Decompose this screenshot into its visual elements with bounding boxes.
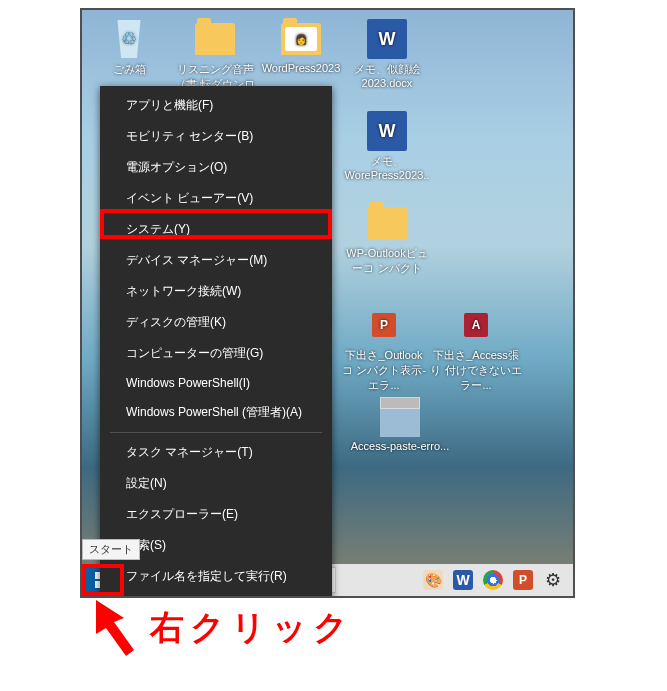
recycle-bin-icon [108, 18, 150, 60]
file-memo-wp2023-label: メモ、 WorePress2023.. [345, 154, 430, 181]
word-icon: W [366, 110, 408, 152]
menu-event[interactable]: イベント ビューアー(V) [100, 183, 332, 214]
folder-icon [194, 18, 236, 60]
menu-disk[interactable]: ディスクの管理(K) [100, 307, 332, 338]
annotation: 右クリック [84, 600, 354, 656]
arrow-up-left-icon [84, 600, 138, 656]
taskbar-word-icon[interactable]: W [453, 570, 473, 590]
file-memo-niigaoe[interactable]: W メモ、似顔絵 2023.docx [346, 18, 428, 89]
menu-ps-admin[interactable]: Windows PowerShell (管理者)(A) [100, 397, 332, 428]
folder-wp-outlook-label: WP-Outlookビューコ ンパクト [346, 246, 428, 276]
word-icon: W [366, 18, 408, 60]
folder-wp2023[interactable]: 👩 WordPress2023 [260, 18, 342, 74]
menu-apps[interactable]: アプリと機能(F) [100, 90, 332, 121]
menu-device[interactable]: デバイス マネージャー(M) [100, 245, 332, 276]
taskbar-powerpoint-icon[interactable]: P [513, 570, 533, 590]
file-access-paste[interactable]: Access-paste-erro... [340, 396, 460, 452]
menu-computer[interactable]: コンピューターの管理(G) [100, 338, 332, 369]
winx-menu: アプリと機能(F) モビリティ センター(B) 電源オプション(O) イベント … [100, 86, 332, 598]
windows-desktop: ごみ箱 リスニング音声（書 転ダウンロード） 👩 WordPress2023 W… [80, 8, 575, 598]
annotation-text: 右クリック [150, 605, 354, 651]
menu-settings[interactable]: 設定(N) [100, 468, 332, 499]
file-memo-wp2023[interactable]: W メモ、 WorePress2023.. [346, 110, 428, 181]
svg-marker-0 [96, 600, 134, 656]
file-access-err[interactable]: A 下出さ_Access張り 付けできないエラー... [428, 304, 524, 393]
folder-icon [366, 202, 408, 244]
start-tooltip: スタート [82, 539, 140, 560]
menu-mobility[interactable]: モビリティ センター(B) [100, 121, 332, 152]
file-access-err-label: 下出さ_Access張り 付けできないエラー... [428, 348, 524, 393]
file-outlook-err[interactable]: P 下出さ_Outlook コ ンパクト表示-エラ... [340, 304, 428, 393]
menu-network[interactable]: ネットワーク接続(W) [100, 276, 332, 307]
mixed-icon: A [455, 304, 497, 346]
taskbar-chrome-icon[interactable] [483, 570, 503, 590]
recycle-bin-label: ごみ箱 [113, 62, 146, 77]
menu-explorer[interactable]: エクスプローラー(E) [100, 499, 332, 530]
taskbar-tray: 🎨 W P ⚙ [423, 570, 573, 590]
folder-icon: 👩 [280, 18, 322, 60]
recycle-bin[interactable]: ごみ箱 [88, 18, 170, 77]
menu-run[interactable]: ファイル名を指定して実行(R) [100, 561, 332, 592]
image-icon [379, 396, 421, 438]
menu-separator [110, 596, 322, 597]
mixed-icon: P [363, 304, 405, 346]
menu-power[interactable]: 電源オプション(O) [100, 152, 332, 183]
folder-wp-outlook[interactable]: WP-Outlookビューコ ンパクト [346, 202, 428, 276]
taskbar-app-icon[interactable]: 🎨 [423, 570, 443, 590]
menu-task[interactable]: タスク マネージャー(T) [100, 437, 332, 468]
menu-separator [110, 432, 322, 433]
file-outlook-err-label: 下出さ_Outlook コ ンパクト表示-エラ... [340, 348, 428, 393]
menu-ps[interactable]: Windows PowerShell(I) [100, 369, 332, 397]
file-memo-niigaoe-label: メモ、似顔絵 2023.docx [346, 62, 428, 89]
folder-wp2023-label: WordPress2023 [262, 62, 341, 74]
file-access-paste-label: Access-paste-erro... [351, 440, 449, 452]
taskbar-settings-icon[interactable]: ⚙ [543, 570, 563, 590]
menu-system[interactable]: システム(Y) [100, 214, 332, 245]
